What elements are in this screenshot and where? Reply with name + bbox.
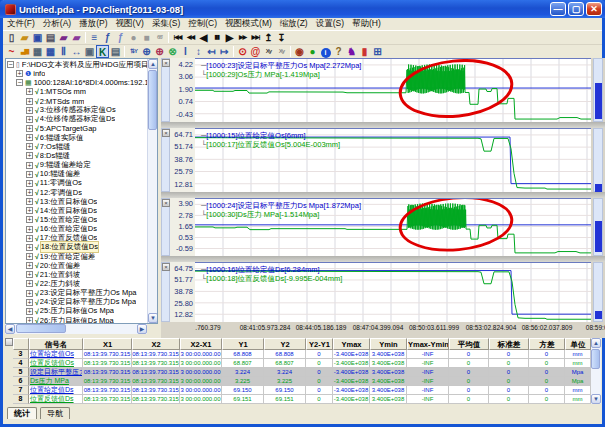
stop-icon[interactable]: ■: [140, 31, 153, 44]
window-icon[interactable]: ▣: [83, 45, 96, 58]
expander-plus[interactable]: +: [26, 207, 33, 214]
green-ball-icon[interactable]: ●: [306, 45, 319, 58]
tree-item-signal-4[interactable]: +√4:位移传感器标定值Ds: [6, 115, 147, 124]
expander-plus[interactable]: +: [26, 216, 33, 223]
scroll-right-button[interactable]: ▶: [137, 324, 147, 334]
plot-area-3[interactable]: ─[1000:24]设定目标平整压力Ds Mpa[1.872Mpa]└[1000…: [195, 198, 591, 256]
curve-icon[interactable]: ~: [5, 45, 18, 58]
table-vertical-scrollbar[interactable]: ▲▼: [591, 338, 601, 404]
chart-right-slider[interactable]: [593, 128, 603, 192]
menu-item-5[interactable]: 控制(C): [184, 18, 221, 30]
ibeam-icon[interactable]: I: [179, 45, 192, 58]
hright-icon[interactable]: ↦: [218, 45, 231, 58]
table-row-5[interactable]: 5设定目标平整压力08:13:39.730.31508:13:39.730.31…: [13, 368, 591, 377]
fx2-icon[interactable]: ƒ: [114, 31, 127, 44]
table-row-7[interactable]: 7位置给定值Ds08:13:39.730.31508:13:39.730.315…: [13, 386, 591, 395]
menu-item-3[interactable]: 视图(V): [112, 18, 148, 30]
record-icon[interactable]: ●: [127, 31, 140, 44]
chart-left-scrollbar[interactable]: ×: [161, 198, 170, 256]
zoom-in-icon[interactable]: ⊕: [153, 45, 166, 58]
column-header-Ymin[interactable]: Ymin: [370, 338, 407, 350]
expander-plus[interactable]: +: [26, 107, 33, 114]
clock-icon[interactable]: ⊙: [236, 45, 249, 58]
expander-plus[interactable]: +: [26, 134, 33, 141]
column-header-Y1[interactable]: Y1: [222, 338, 264, 350]
expander-plus[interactable]: +: [26, 152, 33, 159]
plot-area-4[interactable]: ─[1000:16]位置给定值Ds[6.284mm]└[1000:18]位置反馈…: [195, 262, 591, 322]
scroll-thumb[interactable]: [148, 70, 157, 130]
tree-root[interactable]: −▯F:\HDG文本资料及应用\HDG应用项目\试验: [6, 60, 147, 69]
goto-end-icon[interactable]: ▶▶|: [249, 31, 262, 44]
expander-plus[interactable]: +: [26, 262, 33, 269]
table-row-6[interactable]: 6Ds压力 MPa08:13:39.730.31508:13:39.730.31…: [13, 377, 591, 386]
columns-icon[interactable]: Ⅱ: [57, 45, 70, 58]
column-header-单位[interactable]: 单位: [565, 338, 591, 350]
k-cursor-icon[interactable]: K: [96, 45, 109, 58]
scroll-down-button[interactable]: ▼: [591, 394, 601, 404]
menu-item-0[interactable]: 文件(F): [3, 18, 39, 30]
tree-item-info[interactable]: +❶info: [6, 69, 147, 78]
minimize-button[interactable]: —: [550, 2, 566, 16]
expander-plus[interactable]: +: [26, 180, 33, 187]
slider-thumb[interactable]: [595, 221, 602, 252]
chart-right-slider[interactable]: [593, 262, 603, 322]
tree-item-signal-26[interactable]: +√26:压力目标值Ds Mpa: [6, 316, 147, 323]
colorbar-icon[interactable]: ▮: [358, 45, 371, 58]
tree-item-signal-7[interactable]: +√7:Os辊缝: [6, 142, 147, 151]
table-icon[interactable]: ▦: [31, 45, 44, 58]
info-icon[interactable]: i: [319, 45, 332, 58]
scroll-up-button[interactable]: ▲: [148, 59, 158, 69]
plot-area-1[interactable]: ─[1000:23]设定目标平整压力Os Mpa[2.272Mpa]└[1000…: [195, 58, 591, 122]
tree-horizontal-scrollbar[interactable]: ◀▶: [5, 324, 147, 334]
expander-plus[interactable]: +: [16, 70, 23, 77]
bird-icon[interactable]: ♞: [345, 45, 358, 58]
expander-plus[interactable]: +: [26, 189, 33, 196]
new-icon[interactable]: ▯: [5, 31, 18, 44]
expander-plus[interactable]: +: [26, 308, 33, 315]
scroll-up-button[interactable]: ▲: [591, 338, 601, 348]
save-icon[interactable]: ▣: [31, 31, 44, 44]
menu-item-8[interactable]: 设置(S): [312, 18, 348, 30]
expander-minus[interactable]: −: [7, 61, 14, 68]
scroll-down-button[interactable]: ▼: [148, 313, 158, 323]
print-icon[interactable]: ▤: [44, 31, 57, 44]
expander-plus[interactable]: +: [26, 162, 33, 169]
column-header-Ymax-Ymin[interactable]: Ymax-Ymin: [407, 338, 449, 350]
hleft-icon[interactable]: ↤: [205, 45, 218, 58]
tab-统计[interactable]: 统计: [7, 407, 37, 419]
tree-item-signal-6[interactable]: +√6:辊缝实际值: [6, 133, 147, 142]
jump-up-icon[interactable]: ↥: [262, 31, 275, 44]
expander-plus[interactable]: +: [26, 271, 33, 278]
zoom-icon[interactable]: ⊕: [140, 45, 153, 58]
scroll-thumb[interactable]: [16, 324, 66, 333]
expander-plus[interactable]: +: [26, 317, 33, 323]
chart-right-slider[interactable]: [593, 58, 603, 122]
barchart-icon[interactable]: ▃▆: [18, 45, 31, 58]
xy-icon[interactable]: Xy: [262, 45, 275, 58]
column-header-方差[interactable]: 方差: [529, 338, 565, 350]
menu-item-1[interactable]: 分析(A): [39, 18, 75, 30]
chart-left-scrollbar[interactable]: ×: [161, 128, 170, 192]
chart-left-scrollbar[interactable]: ×: [161, 58, 170, 122]
notes-icon[interactable]: ▤: [109, 45, 122, 58]
table-collapse-button[interactable]: [5, 338, 13, 346]
play-icon[interactable]: ▶: [223, 31, 236, 44]
tree-vertical-scrollbar[interactable]: ▲▼: [147, 59, 157, 323]
column-header-标准差[interactable]: 标准差: [489, 338, 529, 350]
column-header-Y2[interactable]: Y2: [264, 338, 306, 350]
expander-plus[interactable]: +: [26, 244, 33, 251]
table-row-4[interactable]: 4位置反馈值Os08:13:39.730.31508:13:39.730.315…: [13, 359, 591, 368]
slider-thumb[interactable]: [595, 83, 602, 119]
column-header-X2[interactable]: X2: [132, 338, 180, 350]
pen-icon[interactable]: ?: [332, 45, 345, 58]
menu-item-2[interactable]: 播放(P): [75, 18, 111, 30]
column-header-Y2-Y1[interactable]: Y2-Y1: [306, 338, 333, 350]
table-row-3[interactable]: 3位置给定值Os08:13:39.730.31508:13:39.730.315…: [13, 350, 591, 359]
expander-plus[interactable]: +: [26, 280, 33, 287]
menu-item-7[interactable]: 缩放(Z): [276, 18, 312, 30]
expander-plus[interactable]: +: [26, 253, 33, 260]
menu-item-4[interactable]: 采集(S): [148, 18, 184, 30]
goto-start-icon[interactable]: |◀◀: [171, 31, 184, 44]
open-icon[interactable]: ▰: [18, 31, 31, 44]
hspan-icon[interactable]: ↔: [70, 45, 83, 58]
